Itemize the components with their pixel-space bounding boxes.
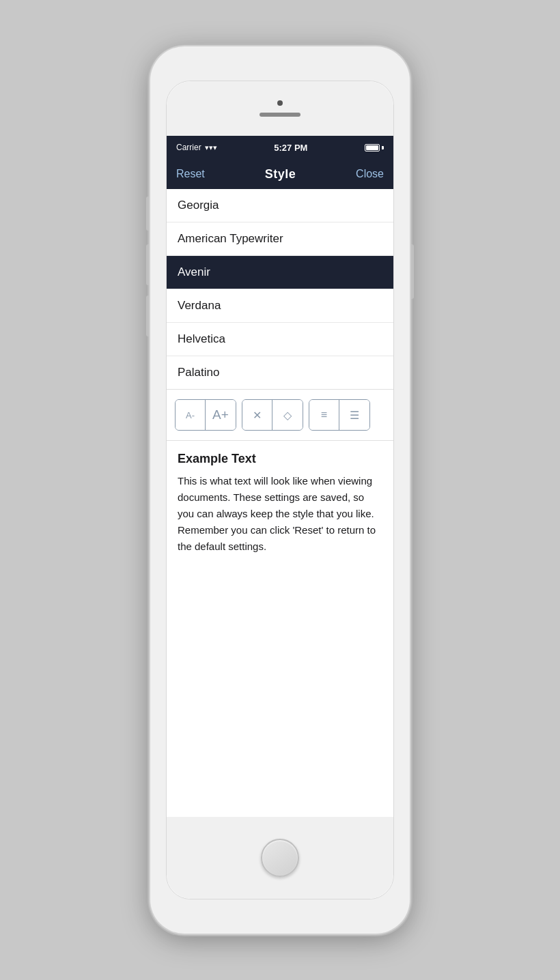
align-left-button[interactable]: ≡ (309, 400, 339, 430)
a-minus-label: A- (186, 410, 195, 420)
example-title: Example Text (178, 452, 382, 466)
home-button[interactable] (261, 839, 299, 877)
toolbar-area: A- A+ ✕ ◇ (167, 390, 393, 441)
font-item-avenir[interactable]: Avenir (167, 256, 393, 289)
theme-group: ✕ ◇ (242, 399, 303, 431)
nav-title: Style (265, 167, 296, 182)
toolbar-row: A- A+ ✕ ◇ (175, 399, 385, 431)
bottom-bezel (167, 817, 393, 899)
theme-diamond-button[interactable]: ◇ (272, 400, 303, 430)
phone-frame: Carrier ▾▾▾ 5:27 PM Reset Style Close (150, 46, 410, 934)
battery-fill (366, 145, 378, 150)
cross-icon: ✕ (253, 409, 262, 422)
power-button[interactable] (411, 244, 414, 299)
status-left: Carrier ▾▾▾ (176, 143, 217, 152)
battery-body (365, 144, 380, 152)
font-item-verdana[interactable]: Verdana (167, 289, 393, 323)
example-body: This is what text will look like when vi… (178, 473, 382, 555)
align-left-icon: ≡ (321, 409, 327, 421)
decrease-font-button[interactable]: A- (176, 400, 206, 430)
increase-font-button[interactable]: A+ (206, 400, 236, 430)
alignment-group: ≡ ☰ (309, 399, 370, 431)
font-list: Georgia American Typewriter Avenir Verda… (167, 189, 393, 390)
font-size-group: A- A+ (175, 399, 236, 431)
volume-down-button[interactable] (146, 296, 149, 336)
font-item-palatino[interactable]: Palatino (167, 356, 393, 389)
carrier-label: Carrier (176, 143, 201, 152)
screen-content: Carrier ▾▾▾ 5:27 PM Reset Style Close (167, 136, 393, 817)
align-justify-icon: ☰ (350, 409, 359, 422)
example-text-area: Example Text This is what text will look… (167, 441, 393, 817)
phone-screen: Carrier ▾▾▾ 5:27 PM Reset Style Close (166, 81, 394, 899)
top-bezel (167, 81, 393, 136)
font-item-georgia[interactable]: Georgia (167, 189, 393, 222)
close-button[interactable]: Close (356, 168, 384, 180)
font-item-helvetica[interactable]: Helvetica (167, 323, 393, 356)
wifi-icon: ▾▾▾ (205, 143, 217, 152)
battery-tip (382, 146, 384, 149)
battery-indicator (365, 144, 384, 152)
font-item-american-typewriter[interactable]: American Typewriter (167, 222, 393, 256)
a-plus-label: A+ (212, 407, 229, 422)
status-bar: Carrier ▾▾▾ 5:27 PM (167, 136, 393, 159)
front-camera (277, 100, 283, 106)
theme-cross-button[interactable]: ✕ (242, 400, 272, 430)
reset-button[interactable]: Reset (176, 168, 205, 180)
volume-up-button[interactable] (146, 244, 149, 285)
status-time: 5:27 PM (274, 143, 307, 153)
diamond-icon: ◇ (283, 409, 292, 422)
nav-bar: Reset Style Close (167, 159, 393, 189)
align-justify-button[interactable]: ☰ (339, 400, 369, 430)
earpiece-speaker (260, 113, 300, 117)
